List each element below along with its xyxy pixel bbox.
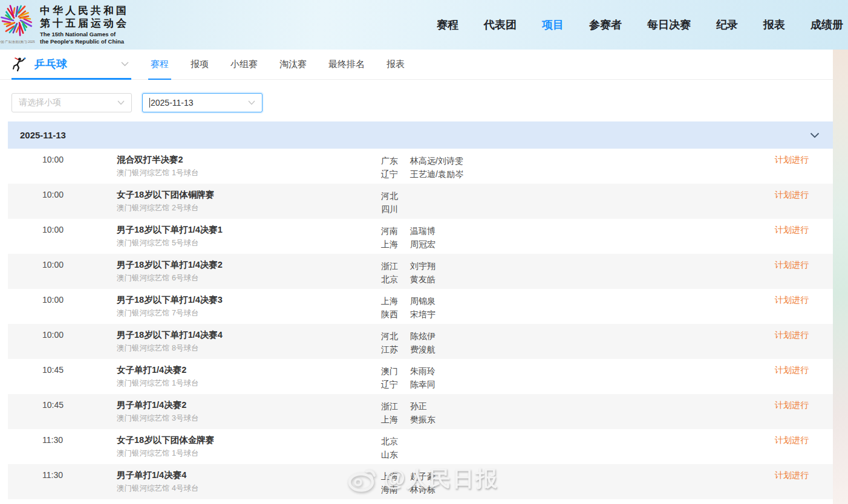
side: 辽宁 王艺迪/袁励岑 — [381, 167, 463, 181]
sport-selector[interactable]: 乒乓球 — [11, 50, 131, 80]
event-title: 男子18岁以下单打1/4决赛4 — [117, 329, 223, 341]
row-time: 10:45 — [42, 365, 64, 375]
row-status: 计划进行 — [775, 260, 809, 271]
event-title: 男子18岁以下单打1/4决赛2 — [117, 259, 223, 271]
row-status: 计划进行 — [775, 225, 809, 236]
side-players: 温瑞博 — [410, 224, 435, 237]
row-time: 10:00 — [42, 260, 64, 270]
schedule-row[interactable]: 10:00 男子18岁以下单打1/4决赛2 澳门银河综艺馆 6号球台 浙江 刘宇… — [8, 254, 833, 289]
date-filter-value: 2025-11-13 — [151, 98, 194, 108]
side-team: 北京 — [381, 273, 404, 286]
side-team: 辽宁 — [381, 167, 404, 181]
side-players: 林高远/刘诗雯 — [410, 154, 463, 167]
side: 江苏 费浚航 — [381, 343, 435, 356]
side: 澳门 朱雨玲 — [381, 364, 435, 378]
side-team: 浙江 — [381, 259, 404, 273]
nav-item-成绩册[interactable]: 成绩册 — [810, 18, 843, 32]
schedule-row[interactable]: 10:00 男子18岁以下单打1/4决赛4 澳门银河综艺馆 8号球台 河北 陈炫… — [8, 324, 833, 359]
side-team: 上海 — [381, 237, 404, 251]
event-title: 男子单打1/4决赛2 — [117, 399, 198, 411]
row-event: 女子单打1/4决赛2 澳门银河综艺馆 1号球台 — [117, 364, 198, 389]
nav-item-代表团[interactable]: 代表团 — [484, 18, 517, 32]
schedule-row[interactable]: 10:00 混合双打半决赛2 澳门银河综艺馆 1号球台 广东 林高远/刘诗雯 辽… — [8, 149, 833, 184]
schedule-list: 10:00 混合双打半决赛2 澳门银河综艺馆 1号球台 广东 林高远/刘诗雯 辽… — [8, 149, 833, 499]
row-event: 男子单打1/4决赛4 澳门银河综艺馆 4号球台 — [117, 469, 198, 494]
side: 北京 — [381, 435, 410, 448]
tab-赛程[interactable]: 赛程 — [148, 50, 171, 80]
row-event: 男子18岁以下单打1/4决赛1 澳门银河综艺馆 5号球台 — [117, 224, 223, 248]
row-status: 计划进行 — [775, 470, 809, 481]
tab-最终排名[interactable]: 最终排名 — [326, 50, 367, 80]
nav-item-项目[interactable]: 项目 — [542, 18, 564, 32]
side-team: 广东 — [381, 154, 404, 167]
event-venue: 澳门银河综艺馆 2号球台 — [117, 202, 214, 213]
nav-item-每日决赛[interactable]: 每日决赛 — [647, 18, 691, 32]
side: 上海 周冠宏 — [381, 237, 435, 251]
games-logo-caption: 中国·广东(香港)(澳门) 2025 — [0, 40, 35, 44]
event-filter-select[interactable]: 请选择小项 — [11, 93, 132, 112]
chevron-down-icon — [810, 132, 820, 138]
date-section-header[interactable]: 2025-11-13 — [8, 121, 833, 149]
row-matchup: 河北 四川 — [381, 189, 410, 216]
event-venue: 澳门银河综艺馆 7号球台 — [117, 308, 223, 318]
side-team: 山东 — [381, 448, 404, 461]
event-filter-placeholder: 请选择小项 — [19, 97, 61, 108]
side: 山东 — [381, 448, 410, 461]
site-title-en-2: the People's Republic of China — [40, 38, 124, 45]
tab-淘汰赛[interactable]: 淘汰赛 — [277, 50, 309, 80]
event-title: 男子单打1/4决赛4 — [117, 469, 198, 481]
schedule-row[interactable]: 11:30 女子18岁以下团体金牌赛 澳门银河综艺馆 1号球台 北京 山东 计划… — [8, 429, 833, 464]
text-cursor — [149, 98, 150, 108]
row-matchup: 河北 陈炫伊 江苏 费浚航 — [381, 329, 435, 356]
side-team: 海南 — [381, 483, 404, 496]
schedule-row[interactable]: 11:30 男子单打1/4决赛4 澳门银河综艺馆 4号球台 上海 赵子豪 海南 … — [8, 464, 833, 499]
row-time: 11:30 — [42, 435, 63, 445]
tab-小组赛[interactable]: 小组赛 — [228, 50, 260, 80]
row-time: 11:30 — [42, 470, 63, 480]
side-players: 赵子豪 — [410, 470, 435, 483]
row-matchup: 上海 赵子豪 海南 林诗栋 — [381, 470, 435, 496]
nav-item-纪录[interactable]: 纪录 — [716, 18, 738, 32]
side: 浙江 孙正 — [381, 399, 435, 413]
schedule-row[interactable]: 10:00 男子18岁以下单打1/4决赛1 澳门银河综艺馆 5号球台 河南 温瑞… — [8, 219, 833, 254]
side: 上海 周锦泉 — [381, 294, 435, 308]
schedule-row[interactable]: 10:00 女子18岁以下团体铜牌赛 澳门银河综艺馆 2号球台 河北 四川 计划… — [8, 184, 833, 219]
event-venue: 澳门银河综艺馆 8号球台 — [117, 343, 223, 354]
tab-报项[interactable]: 报项 — [188, 50, 211, 80]
side-team: 陕西 — [381, 308, 404, 321]
side-team: 河北 — [381, 189, 404, 202]
row-matchup: 广东 林高远/刘诗雯 辽宁 王艺迪/袁励岑 — [381, 154, 463, 181]
side: 河北 陈炫伊 — [381, 329, 435, 343]
side: 上海 赵子豪 — [381, 470, 435, 483]
side-players: 王艺迪/袁励岑 — [410, 167, 463, 181]
nav-item-参赛者[interactable]: 参赛者 — [589, 18, 622, 32]
row-event: 女子18岁以下团体铜牌赛 澳门银河综艺馆 2号球台 — [117, 189, 214, 213]
site-title: 中华人民共和国 第十五届运动会 The 15th National Games … — [40, 4, 129, 45]
row-status: 计划进行 — [775, 295, 809, 306]
row-status: 计划进行 — [775, 435, 809, 446]
row-time: 10:00 — [42, 155, 64, 164]
section-date-label: 2025-11-13 — [20, 130, 66, 140]
row-time: 10:00 — [42, 295, 64, 305]
row-matchup: 浙江 刘宇翔 北京 黄友皓 — [381, 259, 435, 286]
side-team: 北京 — [381, 435, 404, 448]
side-players: 黄友皓 — [410, 273, 435, 286]
schedule-row[interactable]: 10:00 男子18岁以下单打1/4决赛3 澳门银河综艺馆 7号球台 上海 周锦… — [8, 289, 833, 324]
row-time: 10:00 — [42, 190, 64, 199]
tab-报表[interactable]: 报表 — [384, 50, 407, 80]
schedule-row[interactable]: 10:45 女子单打1/4决赛2 澳门银河综艺馆 1号球台 澳门 朱雨玲 辽宁 … — [8, 359, 833, 394]
event-title: 混合双打半决赛2 — [117, 153, 198, 166]
side-team: 辽宁 — [381, 378, 404, 391]
row-matchup: 北京 山东 — [381, 435, 410, 461]
event-venue: 澳门银河综艺馆 5号球台 — [117, 237, 223, 248]
nav-item-报表[interactable]: 报表 — [763, 18, 785, 32]
side-team: 四川 — [381, 202, 404, 216]
event-venue: 澳门银河综艺馆 1号球台 — [117, 167, 198, 178]
side: 广东 林高远/刘诗雯 — [381, 154, 463, 167]
nav-item-赛程[interactable]: 赛程 — [437, 18, 458, 32]
date-filter-select[interactable]: 2025-11-13 — [142, 93, 263, 112]
event-title: 女子18岁以下团体金牌赛 — [117, 434, 214, 446]
schedule-row[interactable]: 10:45 男子单打1/4决赛2 澳门银河综艺馆 3号球台 浙江 孙正 上海 樊… — [8, 394, 833, 429]
side-players: 陈炫伊 — [410, 329, 435, 343]
row-status: 计划进行 — [775, 190, 809, 201]
